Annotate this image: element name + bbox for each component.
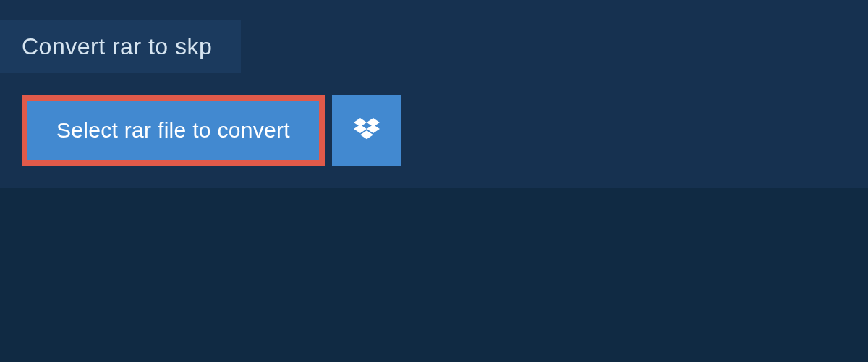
select-file-label: Select rar file to convert [56,118,290,143]
conversion-panel: Convert rar to skp Select rar file to co… [0,0,868,188]
dropbox-button[interactable] [332,95,401,166]
tab-header[interactable]: Convert rar to skp [0,20,241,73]
dropbox-icon [354,116,380,145]
select-file-button[interactable]: Select rar file to convert [22,95,325,166]
tab-title: Convert rar to skp [22,33,212,59]
button-row: Select rar file to convert [22,95,868,166]
